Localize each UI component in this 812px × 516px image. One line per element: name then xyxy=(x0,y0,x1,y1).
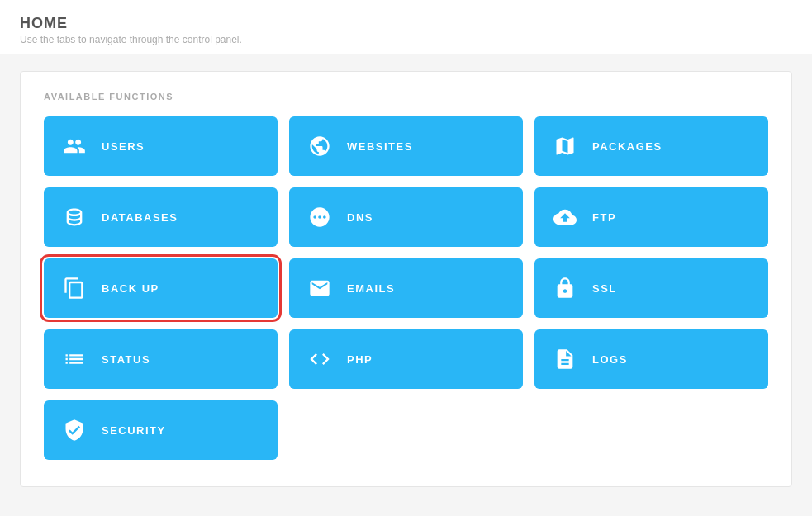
security-icon xyxy=(60,419,88,442)
logs-icon xyxy=(551,348,579,371)
ftp-icon xyxy=(551,206,579,229)
tile-users[interactable]: USERS xyxy=(44,116,278,176)
tile-security[interactable]: SECURITY xyxy=(44,400,278,460)
page-subtitle: Use the tabs to navigate through the con… xyxy=(20,34,792,45)
page-title: HOME xyxy=(20,15,792,32)
tile-emails[interactable]: EMAILS xyxy=(289,258,523,318)
functions-card: AVAILABLE FUNCTIONS USERS WEBSITES PACKA… xyxy=(20,71,792,487)
tile-ssl[interactable]: SSL xyxy=(534,258,768,318)
tile-websites[interactable]: WEBSITES xyxy=(289,116,523,176)
tile-dns[interactable]: DNS xyxy=(289,187,523,247)
tiles-grid: USERS WEBSITES PACKAGES DATABASES DNS FT… xyxy=(44,116,768,460)
tile-backup[interactable]: BACK UP xyxy=(44,258,278,318)
email-icon xyxy=(306,277,334,300)
tile-label-status: STATUS xyxy=(102,353,150,366)
tile-label-ftp: FTP xyxy=(592,211,616,224)
globe-icon xyxy=(306,135,334,158)
tile-label-dns: DNS xyxy=(347,211,373,224)
tile-label-packages: PACKAGES xyxy=(592,140,662,153)
tile-packages[interactable]: PACKAGES xyxy=(534,116,768,176)
users-icon xyxy=(60,135,88,158)
main-content: AVAILABLE FUNCTIONS USERS WEBSITES PACKA… xyxy=(0,54,812,504)
tile-status[interactable]: STATUS xyxy=(44,329,278,389)
tile-label-php: PHP xyxy=(347,353,373,366)
tile-label-logs: LOGS xyxy=(592,353,628,366)
ssl-icon xyxy=(551,277,579,300)
backup-icon xyxy=(60,277,88,300)
page-header: HOME Use the tabs to navigate through th… xyxy=(0,0,812,54)
tile-label-websites: WEBSITES xyxy=(347,140,413,153)
tile-label-security: SECURITY xyxy=(102,424,166,437)
tile-logs[interactable]: LOGS xyxy=(534,329,768,389)
tile-label-users: USERS xyxy=(102,140,145,153)
php-icon xyxy=(306,348,334,371)
tile-label-backup: BACK UP xyxy=(102,282,159,295)
tile-label-databases: DATABASES xyxy=(102,211,178,224)
database-icon xyxy=(60,206,88,229)
tile-label-emails: EMAILS xyxy=(347,282,395,295)
dns-icon xyxy=(306,206,334,229)
section-label: AVAILABLE FUNCTIONS xyxy=(44,92,768,102)
tile-label-ssl: SSL xyxy=(592,282,617,295)
tile-php[interactable]: PHP xyxy=(289,329,523,389)
status-icon xyxy=(60,348,88,371)
tile-ftp[interactable]: FTP xyxy=(534,187,768,247)
packages-icon xyxy=(551,135,579,158)
tile-databases[interactable]: DATABASES xyxy=(44,187,278,247)
